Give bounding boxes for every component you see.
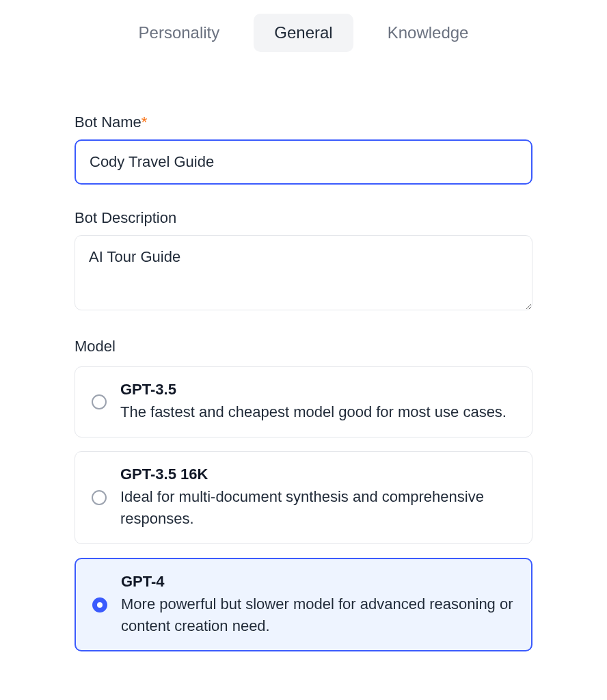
model-option-description: More powerful but slower model for advan…: [121, 593, 515, 637]
required-indicator: *: [141, 113, 148, 131]
radio-content: GPT-3.5 The fastest and cheapest model g…: [120, 381, 515, 423]
model-option-gpt-3-5-16k[interactable]: GPT-3.5 16K Ideal for multi-document syn…: [75, 451, 532, 544]
bot-description-input[interactable]: [75, 235, 532, 310]
model-option-title: GPT-3.5 16K: [120, 466, 515, 483]
model-label: Model: [75, 338, 532, 355]
bot-name-label: Bot Name*: [75, 113, 532, 131]
tab-general[interactable]: General: [254, 14, 353, 52]
bot-name-input[interactable]: [75, 139, 532, 185]
bot-description-field: Bot Description: [75, 209, 532, 313]
model-option-gpt-3-5[interactable]: GPT-3.5 The fastest and cheapest model g…: [75, 366, 532, 438]
radio-icon: [92, 394, 107, 409]
model-field: Model GPT-3.5 The fastest and cheapest m…: [75, 338, 532, 651]
radio-icon: [92, 597, 107, 612]
bot-name-field: Bot Name*: [75, 113, 532, 185]
model-option-description: The fastest and cheapest model good for …: [120, 401, 515, 423]
radio-content: GPT-3.5 16K Ideal for multi-document syn…: [120, 466, 515, 530]
radio-icon: [92, 490, 107, 505]
model-option-gpt-4[interactable]: GPT-4 More powerful but slower model for…: [75, 558, 532, 652]
tabs: Personality General Knowledge: [75, 14, 532, 52]
model-option-description: Ideal for multi-document synthesis and c…: [120, 486, 515, 530]
tab-knowledge[interactable]: Knowledge: [367, 14, 489, 52]
radio-content: GPT-4 More powerful but slower model for…: [121, 573, 515, 637]
tab-personality[interactable]: Personality: [118, 14, 241, 52]
model-option-title: GPT-3.5: [120, 381, 515, 399]
model-option-title: GPT-4: [121, 573, 515, 591]
bot-description-label: Bot Description: [75, 209, 532, 227]
